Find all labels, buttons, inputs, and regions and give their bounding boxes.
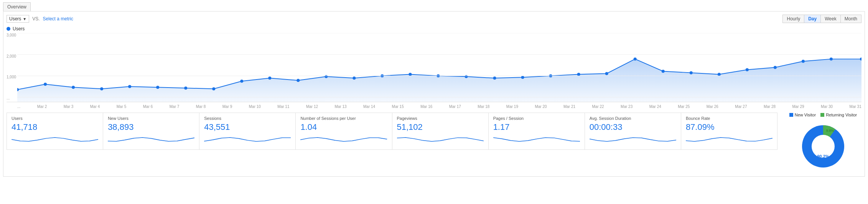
metric-card-0: Users41,718 bbox=[7, 113, 103, 150]
metric-value-0: 41,718 bbox=[12, 122, 98, 132]
svg-marker-0 bbox=[17, 59, 861, 102]
x-label-19: Mar 20 bbox=[535, 104, 547, 109]
new-visitor-label: New Visitor bbox=[795, 113, 816, 117]
svg-point-11 bbox=[296, 79, 300, 82]
svg-point-21 bbox=[577, 73, 580, 76]
x-axis: ... Mar 2 Mar 3 Mar 4 Mar 5 Mar 6 Mar 7 … bbox=[7, 104, 861, 109]
time-btn-hourly[interactable]: Hourly bbox=[783, 15, 804, 23]
svg-point-2 bbox=[44, 83, 47, 86]
x-label-26: Mar 27 bbox=[735, 104, 747, 109]
svg-point-27 bbox=[746, 68, 749, 71]
metric-title-1: New Users bbox=[108, 116, 194, 121]
svg-point-5 bbox=[128, 85, 131, 88]
svg-point-13 bbox=[352, 76, 356, 80]
x-label-3: Mar 4 bbox=[90, 104, 100, 109]
metric-select[interactable]: Users ▼ bbox=[7, 15, 29, 23]
sparkline-1 bbox=[108, 134, 194, 145]
pie-legend: New Visitor Returning Visitor bbox=[785, 113, 861, 173]
x-label-11: Mar 12 bbox=[306, 104, 318, 109]
svg-point-30 bbox=[830, 58, 833, 61]
svg-point-10 bbox=[268, 76, 271, 80]
new-visitor-legend: New Visitor bbox=[789, 113, 816, 117]
x-label-8: Mar 9 bbox=[222, 104, 232, 109]
x-label-12: Mar 13 bbox=[334, 104, 346, 109]
x-label-13: Mar 14 bbox=[363, 104, 375, 109]
y-label-1000: 1,000 bbox=[7, 75, 16, 79]
x-label-27: Mar 28 bbox=[764, 104, 776, 109]
overview-tab-label: Overview bbox=[7, 4, 26, 10]
x-label-2: Mar 3 bbox=[64, 104, 74, 109]
bottom-section: Users41,718New Users38,893Sessions43,551… bbox=[7, 113, 861, 173]
metric-value-2: 43,551 bbox=[204, 122, 291, 132]
svg-point-3 bbox=[72, 86, 75, 89]
svg-point-9 bbox=[240, 80, 243, 83]
metric-card-2: Sessions43,551 bbox=[199, 113, 296, 150]
svg-point-25 bbox=[690, 71, 693, 74]
metric-title-5: Pages / Session bbox=[493, 116, 580, 121]
y-label-dots: ... bbox=[7, 96, 16, 100]
x-label-18: Mar 19 bbox=[506, 104, 518, 109]
x-label-4: Mar 5 bbox=[117, 104, 127, 109]
x-label-28: Mar 29 bbox=[792, 104, 804, 109]
x-label-1: Mar 2 bbox=[37, 104, 47, 109]
x-label-9: Mar 10 bbox=[249, 104, 261, 109]
pie-legend-items: New Visitor Returning Visitor bbox=[789, 113, 857, 117]
svg-point-28 bbox=[774, 66, 777, 69]
x-label-22: Mar 23 bbox=[621, 104, 632, 109]
y-label-2000: 2,000 bbox=[7, 54, 16, 58]
x-label-20: Mar 21 bbox=[563, 104, 575, 109]
sparkline-3 bbox=[300, 134, 387, 145]
main-container: Users ▼ VS. Select a metric Hourly Day W… bbox=[3, 11, 865, 177]
metric-card-6: Avg. Session Duration00:00:33 bbox=[585, 113, 681, 150]
legend-dot bbox=[7, 27, 10, 31]
metric-card-5: Pages / Session1.17 bbox=[488, 113, 585, 150]
time-btn-month[interactable]: Month bbox=[841, 15, 861, 23]
svg-point-4 bbox=[100, 87, 103, 90]
toolbar-left: Users ▼ VS. Select a metric bbox=[7, 15, 73, 23]
svg-point-7 bbox=[184, 86, 187, 90]
svg-text:9.8%: 9.8% bbox=[826, 129, 834, 133]
x-label-21: Mar 22 bbox=[592, 104, 604, 109]
sparkline-4 bbox=[397, 134, 484, 145]
time-btn-week[interactable]: Week bbox=[821, 15, 840, 23]
sparkline-2 bbox=[204, 134, 291, 145]
metric-title-7: Bounce Rate bbox=[686, 116, 772, 121]
pie-svg: 90.2% 9.8% bbox=[796, 119, 850, 173]
svg-point-22 bbox=[605, 72, 608, 75]
x-label-14: Mar 15 bbox=[392, 104, 404, 109]
chart-svg bbox=[17, 33, 861, 102]
svg-point-17 bbox=[465, 75, 468, 78]
x-label-23: Mar 24 bbox=[649, 104, 661, 109]
returning-visitor-legend: Returning Visitor bbox=[820, 113, 857, 117]
metric-value-6: 00:00:33 bbox=[590, 122, 676, 132]
svg-point-18 bbox=[493, 76, 496, 80]
chart-svg-wrapper bbox=[17, 33, 861, 102]
metric-title-6: Avg. Session Duration bbox=[590, 116, 676, 121]
overview-tab[interactable]: Overview bbox=[3, 2, 31, 11]
sparkline-0 bbox=[12, 134, 98, 145]
metric-card-3: Number of Sessions per User1.04 bbox=[295, 113, 392, 150]
metric-value-1: 38,893 bbox=[108, 122, 194, 132]
chart-legend-label: Users bbox=[13, 26, 25, 32]
metric-card-7: Bounce Rate87.09% bbox=[681, 113, 777, 150]
svg-point-26 bbox=[718, 73, 721, 76]
x-label-30: Mar 31 bbox=[850, 104, 861, 109]
time-btn-day[interactable]: Day bbox=[804, 15, 821, 23]
svg-point-8 bbox=[212, 87, 215, 90]
y-axis: 3,000 2,000 1,000 ... bbox=[7, 33, 16, 102]
sparkline-5 bbox=[493, 134, 580, 145]
new-visitor-legend-box bbox=[789, 113, 793, 117]
metric-value-4: 51,102 bbox=[397, 122, 484, 132]
metric-label: Users bbox=[9, 16, 21, 22]
metric-card-4: Pageviews51,102 bbox=[392, 113, 489, 150]
chart-legend: Users bbox=[7, 26, 861, 32]
svg-text:90.2%: 90.2% bbox=[817, 154, 829, 159]
toolbar: Users ▼ VS. Select a metric Hourly Day W… bbox=[7, 15, 861, 23]
metric-title-2: Sessions bbox=[204, 116, 291, 121]
select-metric-link[interactable]: Select a metric bbox=[43, 16, 73, 22]
x-label-5: Mar 6 bbox=[143, 104, 153, 109]
metric-title-4: Pageviews bbox=[397, 116, 484, 121]
svg-point-19 bbox=[521, 76, 524, 79]
metrics-row: Users41,718New Users38,893Sessions43,551… bbox=[7, 113, 777, 149]
returning-visitor-legend-box bbox=[820, 113, 824, 117]
